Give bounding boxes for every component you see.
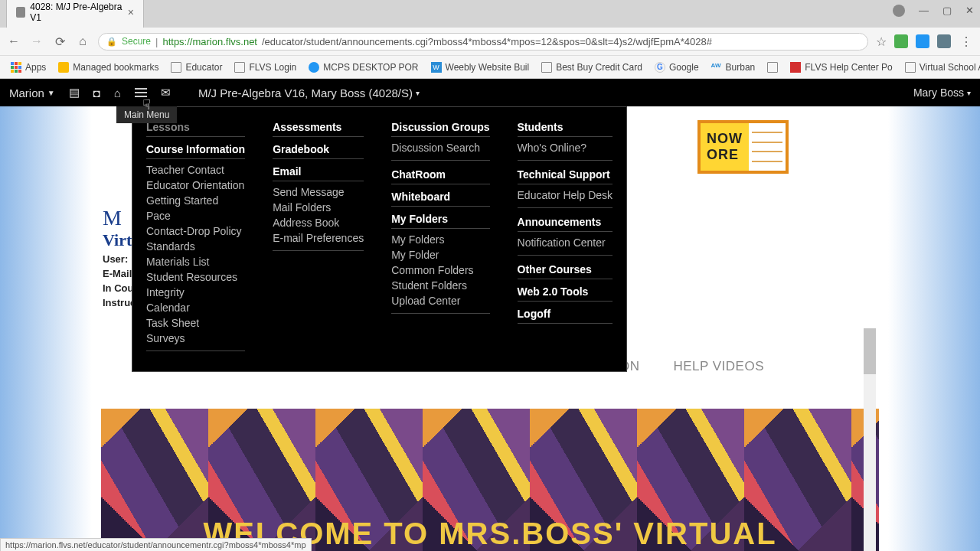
reload-icon[interactable]: ⟳ bbox=[52, 34, 67, 49]
menu-standards[interactable]: Standards bbox=[146, 239, 245, 254]
book-icon[interactable]: ▤ bbox=[69, 86, 80, 99]
menu-help-desk[interactable]: Educator Help Desk bbox=[518, 187, 613, 203]
bg-gradient-left bbox=[0, 106, 92, 551]
inbox-icon[interactable]: ◘ bbox=[93, 86, 100, 99]
bm-blank[interactable] bbox=[763, 60, 782, 75]
mega-col-2: Assessments Gradebook Email Send Message… bbox=[259, 118, 377, 356]
menu-logoff[interactable]: Logoff bbox=[518, 305, 613, 324]
menu-mail-folders[interactable]: Mail Folders bbox=[273, 200, 364, 215]
menu-address-book[interactable]: Address Book bbox=[273, 215, 364, 230]
menu-educator-orientation[interactable]: Educator Orientation bbox=[146, 178, 245, 193]
more-label: ORE bbox=[707, 147, 743, 163]
menu-my-folders-heading[interactable]: My Folders bbox=[391, 210, 489, 229]
chrome-menu-icon[interactable]: ⋮ bbox=[959, 34, 974, 49]
url-path: /educator/student/announcements.cgi?mbos… bbox=[262, 36, 712, 47]
main-menu-button[interactable] bbox=[135, 88, 147, 97]
menu-pace[interactable]: Pace bbox=[146, 208, 245, 223]
bg-gradient-right bbox=[888, 106, 980, 551]
bm-apps[interactable]: Apps bbox=[6, 60, 51, 75]
bm-google[interactable]: GGoogle bbox=[650, 60, 704, 75]
brand-menu[interactable]: Marion▼ bbox=[9, 86, 55, 99]
tab-title: 4028: M/J Pre-Algebra V1 bbox=[30, 2, 123, 23]
bm-managed[interactable]: Managed bookmarks bbox=[54, 60, 163, 75]
menu-assessments-heading[interactable]: Assessments bbox=[273, 118, 364, 137]
window-minimize-icon[interactable]: — bbox=[919, 5, 929, 17]
menu-discussion-search[interactable]: Discussion Search bbox=[391, 140, 489, 155]
menu-discussion-heading[interactable]: Discussion Groups bbox=[391, 118, 489, 137]
tab-close-icon[interactable]: × bbox=[128, 6, 134, 18]
back-icon[interactable]: ← bbox=[6, 34, 21, 48]
mega-col-1: Lessons Course Information Teacher Conta… bbox=[132, 118, 259, 356]
burban-icon: AW bbox=[711, 62, 722, 73]
browser-tab[interactable]: 4028: M/J Pre-Algebra V1 × bbox=[6, 0, 144, 28]
status-bar: https://marion.flvs.net/educator/student… bbox=[0, 538, 312, 551]
menu-calendar[interactable]: Calendar bbox=[146, 300, 245, 315]
menu-separator bbox=[391, 160, 489, 161]
menu-whiteboard-heading[interactable]: Whiteboard bbox=[391, 187, 489, 207]
menu-announcements-heading[interactable]: Announcements bbox=[518, 213, 613, 232]
bm-educator[interactable]: Educator bbox=[166, 60, 227, 75]
menu-common-folders[interactable]: Common Folders bbox=[391, 262, 489, 278]
mail-icon[interactable]: ✉ bbox=[161, 86, 171, 99]
bm-flvs-login[interactable]: FLVS Login bbox=[230, 60, 301, 75]
address-bar: ← → ⟳ ⌂ 🔒 Secure | https://marion.flvs.n… bbox=[0, 28, 980, 55]
menu-my-folder[interactable]: My Folder bbox=[391, 247, 489, 262]
window-close-icon[interactable]: ✕ bbox=[965, 5, 974, 17]
menu-upload-center[interactable]: Upload Center bbox=[391, 293, 489, 308]
home-icon[interactable]: ⌂ bbox=[114, 86, 121, 99]
menu-student-folders[interactable]: Student Folders bbox=[391, 278, 489, 293]
menu-web20-heading[interactable]: Web 2.0 Tools bbox=[518, 282, 613, 302]
menu-email-prefs[interactable]: E-mail Preferences bbox=[273, 230, 364, 246]
weebly-icon: W bbox=[431, 62, 442, 73]
bm-weebly[interactable]: WWeebly Website Buil bbox=[426, 60, 534, 75]
extension-icon-1[interactable] bbox=[894, 34, 908, 48]
url-host: https://marion.flvs.net bbox=[162, 36, 257, 47]
home-icon[interactable]: ⌂ bbox=[75, 34, 90, 48]
window-maximize-icon[interactable]: ▢ bbox=[942, 5, 952, 17]
menu-email-heading[interactable]: Email bbox=[273, 162, 364, 181]
bm-burban[interactable]: AWBurban bbox=[707, 60, 760, 75]
menu-getting-started[interactable]: Getting Started bbox=[146, 193, 245, 208]
doc-icon bbox=[541, 62, 552, 73]
vertical-scrollbar[interactable] bbox=[864, 328, 876, 551]
secure-label: Secure bbox=[122, 36, 151, 47]
url-input[interactable]: 🔒 Secure | https://marion.flvs.net /educ… bbox=[98, 33, 868, 51]
menu-separator bbox=[518, 160, 613, 161]
menu-students-heading[interactable]: Students bbox=[518, 118, 613, 137]
menu-separator bbox=[146, 350, 245, 351]
course-selector[interactable]: M/J Pre-Algebra V16, Mary Boss (4028/S) … bbox=[198, 86, 420, 99]
doc-icon bbox=[905, 62, 916, 73]
menu-my-folders[interactable]: My Folders bbox=[391, 232, 489, 247]
menu-teacher-contact[interactable]: Teacher Contact bbox=[146, 162, 245, 178]
menu-surveys[interactable]: Surveys bbox=[146, 331, 245, 346]
user-label: User: bbox=[103, 253, 128, 265]
forward-icon: → bbox=[29, 34, 44, 48]
menu-gradebook-heading[interactable]: Gradebook bbox=[273, 140, 364, 159]
extension-icon-2[interactable] bbox=[916, 34, 929, 48]
menu-task-sheet[interactable]: Task Sheet bbox=[146, 315, 245, 331]
scrollbar-thumb[interactable] bbox=[864, 328, 876, 374]
menu-student-resources[interactable]: Student Resources bbox=[146, 269, 245, 285]
menu-notification-center[interactable]: Notification Center bbox=[518, 235, 613, 250]
know-more-widget[interactable]: NOW ORE bbox=[697, 120, 789, 174]
app-bar: Marion▼ ▤ ◘ ⌂ ✉ M/J Pre-Algebra V16, Mar… bbox=[0, 79, 980, 106]
menu-course-info-heading[interactable]: Course Information bbox=[146, 140, 245, 159]
bookmark-star-icon[interactable]: ☆ bbox=[876, 34, 887, 49]
tab-help[interactable]: HELP VIDEOS bbox=[673, 359, 764, 374]
menu-chatroom-heading[interactable]: ChatRoom bbox=[391, 165, 489, 184]
bm-help-center[interactable]: FLVS Help Center Po bbox=[786, 60, 897, 75]
url-separator: | bbox=[155, 36, 158, 47]
bm-virtual-admin[interactable]: Virtual School Admin bbox=[900, 60, 980, 75]
menu-other-courses-heading[interactable]: Other Courses bbox=[518, 260, 613, 279]
menu-materials[interactable]: Materials List bbox=[146, 254, 245, 269]
menu-tech-heading[interactable]: Technical Support bbox=[518, 165, 613, 184]
menu-integrity[interactable]: Integrity bbox=[146, 285, 245, 300]
user-menu[interactable]: Mary Boss▾ bbox=[913, 86, 971, 99]
menu-contact-drop[interactable]: Contact-Drop Policy bbox=[146, 223, 245, 239]
bm-mcps[interactable]: MCPS DESKTOP POR bbox=[304, 60, 423, 75]
profile-icon[interactable] bbox=[893, 5, 905, 17]
menu-send-message[interactable]: Send Message bbox=[273, 184, 364, 200]
menu-whos-online[interactable]: Who's Online? bbox=[518, 140, 613, 155]
bm-bestbuy[interactable]: Best Buy Credit Card bbox=[537, 60, 647, 75]
extension-icon-3[interactable] bbox=[937, 34, 951, 48]
